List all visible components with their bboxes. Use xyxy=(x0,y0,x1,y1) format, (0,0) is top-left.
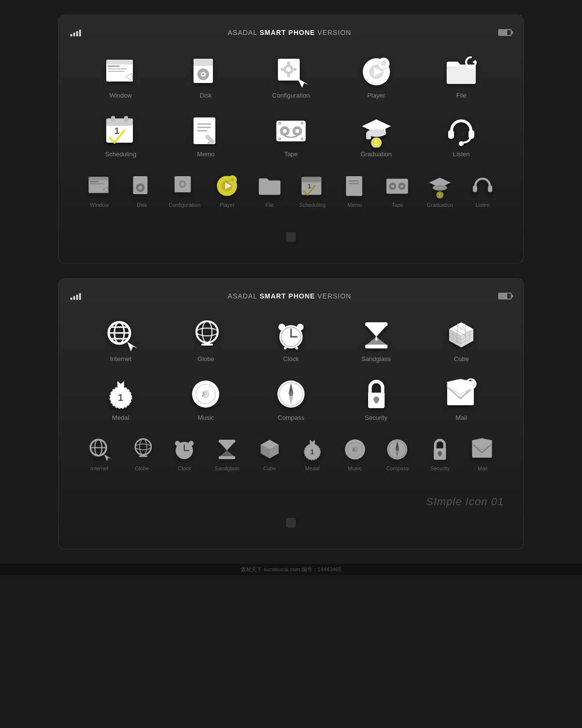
icon-label-clock: Clock xyxy=(283,355,299,363)
svg-rect-158 xyxy=(219,456,235,459)
svg-rect-109 xyxy=(375,337,377,341)
svg-point-102 xyxy=(297,324,304,331)
small-label-disk: Disk xyxy=(137,202,147,208)
small-icon-globe[interactable]: Globe xyxy=(123,436,162,471)
battery-fill-2 xyxy=(499,294,507,298)
icon-visual-file xyxy=(444,55,478,89)
svg-rect-27 xyxy=(111,116,115,122)
icon-item-player[interactable]: Player xyxy=(355,55,398,99)
small-icon-sandglass[interactable]: Sandglass xyxy=(208,436,246,471)
svg-rect-56 xyxy=(89,177,109,180)
small-icon-tape[interactable]: Tape xyxy=(378,172,417,208)
small-label-security: Security xyxy=(430,465,450,471)
small-icon-graduation[interactable]: 1 Graduation xyxy=(420,172,459,208)
icon-item-listen[interactable]: Listen xyxy=(439,114,483,158)
small-icon-compass[interactable]: Compass xyxy=(378,436,417,471)
icon-visual-mail xyxy=(444,377,478,411)
small-icon-memo[interactable]: Memo xyxy=(336,172,374,208)
small-label-listen: Listen xyxy=(475,202,489,208)
small-icon-internet[interactable]: Internet xyxy=(80,436,119,471)
svg-point-10 xyxy=(202,73,204,75)
icon-item-memo[interactable]: Memo xyxy=(184,114,227,158)
small-icon-scheduling[interactable]: 1 Scheduling xyxy=(293,172,332,208)
title-prefix: ASADAL xyxy=(228,29,260,36)
svg-rect-157 xyxy=(219,439,235,442)
svg-rect-98 xyxy=(201,344,213,346)
svg-rect-17 xyxy=(293,68,296,71)
icon-visual-window xyxy=(104,55,138,89)
small-visual-scheduling: 1 xyxy=(299,172,325,199)
icon-label-graduation: Graduation xyxy=(360,150,391,158)
icon-item-configuration[interactable]: Configuration xyxy=(269,55,313,99)
icon-item-scheduling[interactable]: 1 Scheduling xyxy=(99,114,143,158)
small-label-medal: Medal xyxy=(305,465,320,471)
small-icon-player[interactable]: Player xyxy=(208,172,246,208)
icon-label-tape: Tape xyxy=(284,150,298,158)
small-label-globe: Globe xyxy=(135,465,149,471)
icon-item-clock[interactable]: Clock xyxy=(269,318,313,363)
small-label-player: Player xyxy=(220,202,235,208)
icon-label-cube: Cube xyxy=(454,355,469,363)
icon-label-scheduling: Scheduling xyxy=(105,150,136,158)
svg-rect-57 xyxy=(90,181,99,182)
source-bar: 素材天下 sucaisucai.com 编号：14443465 xyxy=(0,564,582,575)
icon-item-graduation[interactable]: 1 Graduation xyxy=(355,114,398,158)
small-icon-window[interactable]: Window xyxy=(80,172,119,208)
small-icon-medal[interactable]: 1 Medal xyxy=(293,436,332,471)
icon-item-window[interactable]: Window xyxy=(99,55,143,99)
small-icon-clock[interactable]: Clock xyxy=(165,436,204,471)
svg-point-173 xyxy=(396,448,399,451)
svg-text:1: 1 xyxy=(307,182,311,190)
icon-item-internet[interactable]: Internet xyxy=(99,318,143,363)
signal-bar-1 xyxy=(70,34,72,36)
icon-item-cube[interactable]: Cube xyxy=(439,318,483,363)
icon-item-medal[interactable]: 1 Medal xyxy=(99,377,143,421)
icons-row-4: 1 Medal ♪ Mu xyxy=(78,377,504,421)
icon-item-tape[interactable]: Tape xyxy=(269,114,313,158)
small-icon-security[interactable]: Security xyxy=(420,436,459,471)
svg-rect-86 xyxy=(473,185,477,192)
svg-point-137 xyxy=(289,392,293,396)
header-title-1: ASADAL SMART PHONE VERSION xyxy=(228,29,352,36)
title-suffix-2: VERSION xyxy=(315,292,352,300)
icon-item-globe[interactable]: Globe xyxy=(184,318,227,363)
small-icons-row-1: Window Disk xyxy=(78,172,504,208)
svg-rect-175 xyxy=(439,453,441,456)
small-visual-music: ♪ xyxy=(341,436,368,463)
svg-rect-72 xyxy=(302,177,322,182)
small-icon-music[interactable]: ♪ Music xyxy=(336,436,374,471)
small-icon-listen[interactable]: Listen xyxy=(463,172,502,208)
icon-visual-compass xyxy=(274,377,308,411)
small-icon-cube[interactable]: Cube xyxy=(250,436,289,471)
icon-item-file[interactable]: File xyxy=(439,55,483,99)
signal-bars-2 xyxy=(70,292,81,300)
small-icons-row-2: Internet Globe xyxy=(78,436,504,471)
svg-rect-74 xyxy=(346,176,362,196)
small-icon-mail[interactable]: Mail xyxy=(463,436,502,471)
svg-rect-28 xyxy=(124,116,128,122)
svg-rect-151 xyxy=(139,455,147,457)
icon-visual-medal: 1 xyxy=(104,377,138,411)
icon-item-music[interactable]: ♪ Music xyxy=(184,377,227,421)
small-icon-file[interactable]: File xyxy=(250,172,289,208)
small-label-internet: Internet xyxy=(90,465,108,471)
svg-point-54 xyxy=(459,141,464,146)
icon-item-sandglass[interactable]: Sandglass xyxy=(355,318,398,363)
small-label-mail: Mail xyxy=(478,465,487,471)
icon-label-globe: Globe xyxy=(197,355,214,363)
svg-rect-52 xyxy=(448,130,454,139)
icon-label-security: Security xyxy=(365,414,388,421)
small-icon-configuration[interactable]: Configuration xyxy=(165,172,204,208)
icon-visual-configuration xyxy=(274,55,308,89)
icon-item-security[interactable]: Security xyxy=(355,377,398,421)
small-icon-disk[interactable]: Disk xyxy=(123,172,162,208)
icon-item-disk[interactable]: Disk xyxy=(184,55,227,99)
icon-item-compass[interactable]: Compass xyxy=(269,377,313,421)
svg-marker-93 xyxy=(127,342,138,351)
svg-rect-104 xyxy=(295,347,298,349)
small-label-tape: Tape xyxy=(392,202,404,208)
small-visual-player xyxy=(214,172,241,199)
icon-item-mail[interactable]: Mail xyxy=(439,377,483,421)
icon-label-compass: Compass xyxy=(278,414,305,421)
small-visual-compass xyxy=(384,436,411,463)
